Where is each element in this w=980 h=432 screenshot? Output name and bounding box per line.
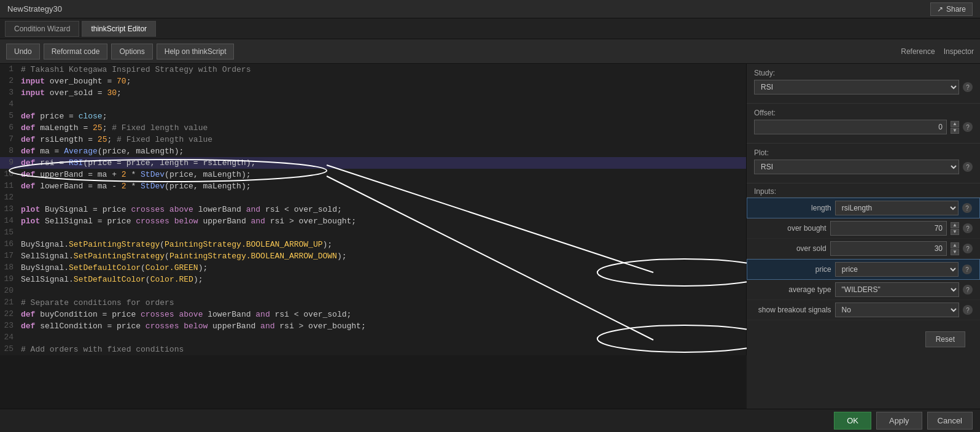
line-number: 10 (0, 169, 18, 180)
over-bought-increment[interactable]: ▲ (951, 222, 959, 228)
line-number: 21 (0, 297, 18, 309)
line-code: BuySignal.SetPaintingStrategy(PaintingSt… (18, 239, 746, 250)
line-code: def maLength = 25; # Fixed length value (18, 122, 746, 134)
offset-help-icon[interactable]: ? (963, 122, 973, 132)
line-code: def lowerBand = ma - 2 * StDev(price, ma… (18, 180, 746, 192)
reformat-button[interactable]: Reformat code (44, 44, 108, 60)
line-code: BuySignal.SetDefaultColor(Color.GREEN); (18, 262, 746, 274)
apply-button[interactable]: Apply (876, 412, 922, 430)
line-number: 22 (0, 309, 18, 320)
offset-input[interactable] (754, 120, 947, 134)
over-bought-input[interactable] (830, 221, 947, 236)
offset-label: Offset: (754, 109, 973, 117)
offset-decrement[interactable]: ▼ (951, 128, 959, 134)
plot-label: Plot: (754, 148, 973, 157)
input-row-over-bought: over bought ▲ ▼ ? (747, 218, 980, 239)
input-row-length: length rsiLength ? (747, 198, 980, 218)
code-table: 1# Takashi Kotegawa Inspired Strategy wi… (0, 64, 746, 355)
line-row: 21# Separate conditions for orders (0, 297, 746, 309)
undo-button[interactable]: Undo (6, 44, 40, 60)
over-bought-help-icon[interactable]: ? (963, 223, 973, 233)
line-row: 14plot SellSignal = price crosses below … (0, 215, 746, 227)
line-code: def rsi = RSI(price = price, length = rs… (18, 157, 746, 169)
offset-row: ▲ ▼ ? (754, 120, 973, 134)
line-row: 24 (0, 332, 746, 344)
cancel-button[interactable]: Cancel (927, 412, 973, 430)
over-sold-input[interactable] (830, 241, 947, 256)
price-select[interactable]: price (835, 262, 959, 277)
length-help-icon[interactable]: ? (962, 203, 972, 213)
editor-wrapper: 1# Takashi Kotegawa Inspired Strategy wi… (0, 64, 747, 409)
tab-condition-wizard[interactable]: Condition Wizard (5, 21, 79, 37)
main-area: 1# Takashi Kotegawa Inspired Strategy wi… (0, 64, 980, 409)
study-select[interactable]: RSI (754, 80, 959, 94)
options-button[interactable]: Options (111, 44, 152, 60)
help-button[interactable]: Help on thinkScript (157, 44, 235, 60)
over-sold-spinbuttons: ▲ ▼ (951, 242, 959, 255)
breakout-help-icon[interactable]: ? (963, 305, 973, 315)
reference-link[interactable]: Reference (901, 47, 935, 56)
line-number: 15 (0, 227, 18, 239)
line-row: 13plot BuySignal = price crosses above l… (0, 204, 746, 215)
line-row: 12 (0, 192, 746, 204)
line-code (18, 285, 746, 297)
average-type-select[interactable]: "WILDERS" (835, 282, 959, 297)
line-code: # Takashi Kotegawa Inspired Strategy wit… (18, 64, 746, 75)
line-code: def sellCondition = price crosses below … (18, 320, 746, 332)
price-help-icon[interactable]: ? (962, 264, 972, 274)
over-sold-increment[interactable]: ▲ (951, 242, 959, 249)
tab-thinkscript-editor[interactable]: thinkScript Editor (82, 21, 156, 37)
line-number: 5 (0, 110, 18, 122)
offset-increment[interactable]: ▲ (951, 121, 959, 127)
line-number: 16 (0, 239, 18, 250)
plot-help-icon[interactable]: ? (963, 162, 973, 172)
line-code: plot SellSignal = price crosses below up… (18, 215, 746, 227)
line-number: 18 (0, 262, 18, 274)
reset-button[interactable]: Reset (925, 331, 965, 347)
inspector-link[interactable]: Inspector (944, 47, 974, 56)
line-row: 5def price = close; (0, 110, 746, 122)
line-number: 9 (0, 157, 18, 169)
study-help-icon[interactable]: ? (963, 82, 973, 92)
line-code: def ma = Average(price, maLength); (18, 145, 746, 157)
plot-section: Plot: RSI ? (747, 144, 980, 183)
over-sold-label: over sold (754, 244, 826, 253)
plot-select[interactable]: RSI (754, 160, 959, 174)
line-row: 2input over_bought = 70; (0, 75, 746, 87)
over-bought-decrement[interactable]: ▼ (951, 229, 959, 235)
input-row-average-type: average type "WILDERS" ? (747, 280, 980, 300)
line-number: 20 (0, 285, 18, 297)
line-row: 22def buyCondition = price crosses above… (0, 309, 746, 320)
toolbar: Undo Reformat code Options Help on think… (0, 39, 980, 64)
line-number: 19 (0, 274, 18, 285)
line-code: input over_sold = 30; (18, 87, 746, 99)
breakout-select[interactable]: No (835, 303, 959, 317)
average-type-help-icon[interactable]: ? (963, 285, 973, 295)
line-code: def upperBand = ma + 2 * StDev(price, ma… (18, 169, 746, 180)
length-label: length (755, 204, 831, 212)
line-row: 25# Add orders with fixed conditions (0, 344, 746, 355)
share-button[interactable]: ↗ Share (930, 2, 973, 16)
line-row: 1# Takashi Kotegawa Inspired Strategy wi… (0, 64, 746, 75)
inputs-label: Inputs: (747, 183, 980, 198)
ok-button[interactable]: OK (834, 412, 871, 430)
line-code: # Separate conditions for orders (18, 297, 746, 309)
over-bought-spinbuttons: ▲ ▼ (951, 222, 959, 235)
line-row: 18BuySignal.SetDefaultColor(Color.GREEN)… (0, 262, 746, 274)
line-number: 23 (0, 320, 18, 332)
study-section: Study: RSI ? (747, 64, 980, 104)
line-number: 4 (0, 99, 18, 110)
line-code: def buyCondition = price crosses above l… (18, 309, 746, 320)
over-sold-help-icon[interactable]: ? (963, 244, 973, 253)
line-number: 12 (0, 192, 18, 204)
breakout-label: show breakout signals (754, 306, 831, 314)
line-code (18, 332, 746, 344)
line-row: 23def sellCondition = price crosses belo… (0, 320, 746, 332)
line-row: 16BuySignal.SetPaintingStrategy(Painting… (0, 239, 746, 250)
code-editor[interactable]: 1# Takashi Kotegawa Inspired Strategy wi… (0, 64, 747, 355)
length-select[interactable]: rsiLength (835, 201, 959, 215)
line-number: 13 (0, 204, 18, 215)
over-sold-decrement[interactable]: ▼ (951, 249, 959, 255)
plot-row: RSI ? (754, 160, 973, 174)
line-row: 10def upperBand = ma + 2 * StDev(price, … (0, 169, 746, 180)
